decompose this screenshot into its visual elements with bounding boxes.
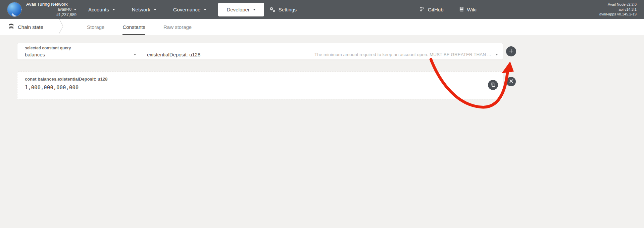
github-link[interactable]: GitHub	[419, 6, 444, 13]
chevron-down-icon	[74, 9, 77, 10]
copy-icon	[491, 82, 495, 88]
block-number: #1,237,889	[26, 12, 77, 18]
settings-gears-icon	[269, 7, 276, 12]
top-bar: Avail Turing Network avail/40 #1,237,889…	[0, 0, 644, 19]
pallet-select-value: balances	[25, 52, 45, 57]
nav-label: Developer	[227, 7, 249, 12]
nav-label: Governance	[173, 7, 201, 12]
remove-result-button[interactable]	[506, 77, 516, 86]
tab-label: Constants	[122, 24, 145, 30]
nav-item-developer[interactable]: Developer	[218, 3, 264, 16]
chevron-down-icon	[204, 9, 206, 10]
avail-logo[interactable]	[7, 2, 21, 16]
github-label: GitHub	[428, 7, 444, 12]
wiki-label: Wiki	[467, 7, 477, 12]
network-name: Avail Turing Network	[26, 1, 77, 7]
tab-bar: Chain state Storage Constants Raw storag…	[0, 19, 644, 35]
result-label: const balances.existentialDeposit: u128	[25, 77, 495, 82]
nav-item-accounts[interactable]: Accounts	[80, 0, 123, 19]
section-chain-state[interactable]: Chain state	[8, 19, 58, 35]
section-label: Chain state	[18, 24, 43, 30]
main-nav: Accounts Network Governance Developer	[80, 0, 297, 19]
chevron-down-icon	[134, 54, 136, 55]
chevron-down-icon	[495, 54, 498, 55]
tab-storage[interactable]: Storage	[78, 19, 114, 35]
add-query-button[interactable]	[506, 46, 516, 56]
nav-item-governance[interactable]: Governance	[165, 0, 215, 19]
network-info: Avail Turing Network avail/40 #1,237,889	[26, 1, 77, 18]
close-icon	[509, 79, 513, 84]
constant-query-row: selected constant query balances existen…	[17, 43, 516, 60]
pallet-select[interactable]: balances	[25, 52, 136, 57]
tab-label: Raw storage	[163, 24, 192, 30]
node-version: Avail Node v2.2.0	[599, 2, 637, 7]
wiki-link[interactable]: Wiki	[459, 6, 477, 13]
chevron-down-icon	[154, 9, 156, 10]
query-result-row: const balances.existentialDeposit: u128 …	[17, 72, 516, 99]
result-value: 1,000,000,000,000	[25, 85, 495, 91]
git-branch-icon	[419, 6, 425, 13]
plus-icon	[508, 48, 514, 55]
constant-query-card: selected constant query balances existen…	[17, 43, 503, 60]
chain-selector[interactable]: avail/40	[26, 7, 77, 12]
settings-button[interactable]: Settings	[269, 7, 297, 12]
nav-label: Network	[132, 7, 150, 12]
method-description: The minimum amount required to keep an a…	[210, 52, 491, 57]
tab-constants[interactable]: Constants	[113, 19, 154, 35]
nav-label: Accounts	[88, 7, 109, 12]
chevron-down-icon	[112, 9, 115, 10]
method-select-value: existentialDeposit: u128	[147, 52, 200, 57]
copy-value-button[interactable]	[488, 80, 498, 90]
tab-label: Storage	[87, 24, 105, 30]
tab-divider-chevron	[58, 18, 64, 36]
version-info: Avail Node v2.2.0 api v14.3.1 avail-apps…	[599, 2, 637, 17]
api-version: api v14.3.1	[599, 7, 637, 12]
query-selects: balances existentialDeposit: u128 The mi…	[25, 52, 498, 57]
method-select[interactable]: existentialDeposit: u128 The minimum amo…	[147, 52, 498, 57]
query-label: selected constant query	[25, 46, 498, 50]
nav-item-network[interactable]: Network	[123, 0, 165, 19]
tabs: Storage Constants Raw storage	[78, 19, 201, 35]
wiki-book-icon	[459, 6, 464, 13]
database-icon	[8, 24, 14, 30]
apps-version: avail-apps v0.145.2-19	[599, 12, 637, 17]
settings-label: Settings	[279, 7, 297, 12]
external-links: GitHub Wiki	[419, 6, 477, 13]
tab-raw-storage[interactable]: Raw storage	[154, 19, 201, 35]
query-result-card: const balances.existentialDeposit: u128 …	[17, 72, 503, 99]
main-content: selected constant query balances existen…	[0, 35, 644, 99]
chain-selector-label: avail/40	[58, 7, 71, 12]
chevron-down-icon	[253, 9, 256, 10]
